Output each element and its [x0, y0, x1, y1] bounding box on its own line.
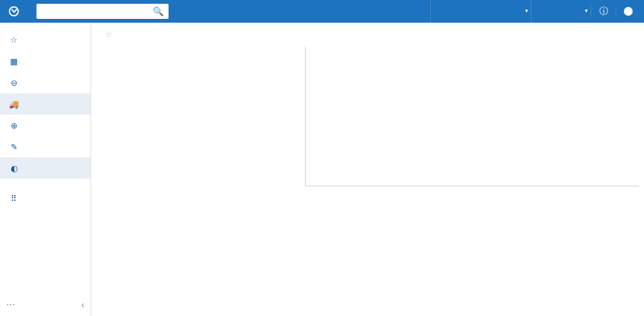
- budget-expenses-chart: [277, 47, 639, 198]
- sidebar-item-dashboards[interactable]: ◐: [0, 157, 91, 179]
- sidebar: ☆ ▦ ⊖ 🚚 ⊕ ✎ ◐ ⠿ ⋯ ‹: [0, 23, 91, 316]
- sidebar-item-sales-orders[interactable]: ✎: [0, 136, 91, 157]
- user-menu[interactable]: [616, 7, 644, 16]
- brand-logo[interactable]: [0, 6, 31, 16]
- sidebar-item-payables[interactable]: ⊖: [0, 72, 91, 93]
- truck-icon: 🚚: [9, 99, 19, 109]
- gauge-icon: ◐: [9, 163, 19, 173]
- calculator-icon: ▦: [9, 56, 19, 66]
- brand-icon: [9, 6, 19, 16]
- sidebar-item-receivables[interactable]: ⊕: [0, 115, 91, 136]
- document-icon: ✎: [9, 142, 19, 152]
- sidebar-item-finance[interactable]: ▦: [0, 50, 91, 72]
- date-selector[interactable]: ▾: [531, 0, 591, 23]
- grid-icon: ⠿: [9, 193, 19, 203]
- sidebar-item-inventory[interactable]: 🚚: [0, 93, 91, 115]
- favorite-star-icon[interactable]: ☆: [105, 30, 113, 39]
- help-icon: ⓘ: [599, 6, 608, 17]
- star-icon: ☆: [9, 35, 19, 45]
- plus-circle-icon: ⊕: [9, 120, 19, 130]
- more-menu-icon[interactable]: ⋯: [6, 300, 15, 310]
- search-icon[interactable]: 🔍: [153, 6, 164, 16]
- minus-circle-icon: ⊖: [9, 77, 19, 87]
- chevron-down-icon: ▾: [585, 8, 588, 14]
- search-input[interactable]: [42, 7, 153, 16]
- collapse-sidebar-icon[interactable]: ‹: [81, 300, 84, 310]
- user-icon: [624, 7, 633, 16]
- help-button[interactable]: ⓘ: [591, 6, 616, 17]
- sidebar-more-items[interactable]: ⠿: [0, 188, 91, 209]
- sidebar-item-favorites[interactable]: ☆: [0, 29, 91, 50]
- chevron-down-icon: ▾: [525, 8, 528, 14]
- company-selector[interactable]: ▾: [430, 0, 531, 23]
- search-box[interactable]: 🔍: [36, 4, 169, 19]
